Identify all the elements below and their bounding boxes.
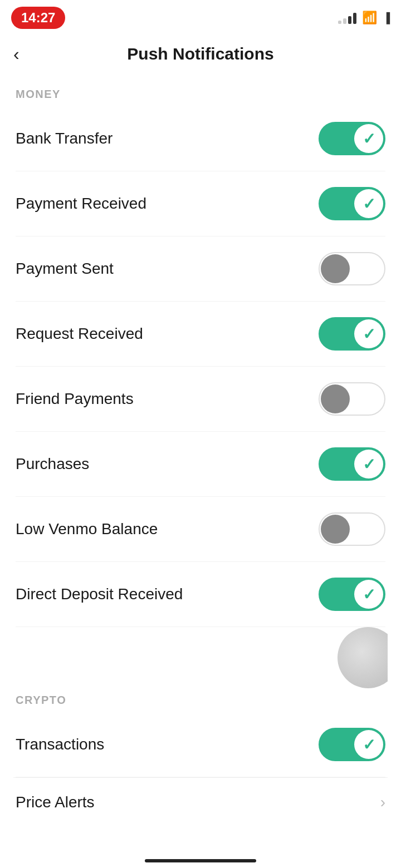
checkmark-icon: ✓ bbox=[363, 736, 375, 754]
list-item: Direct Deposit Received ✓ bbox=[13, 562, 388, 627]
checkmark-icon: ✓ bbox=[363, 325, 375, 343]
item-label-low-venmo-balance: Low Venmo Balance bbox=[16, 520, 158, 538]
list-item: Transactions ✓ bbox=[13, 712, 388, 777]
back-button[interactable]: ‹ bbox=[13, 44, 19, 65]
status-icons: 📶 ▐ bbox=[338, 11, 390, 25]
signal-icon bbox=[338, 12, 356, 24]
list-item: Request Received ✓ bbox=[13, 302, 388, 366]
item-label-payment-received: Payment Received bbox=[16, 195, 146, 213]
list-item: Purchases ✓ bbox=[13, 432, 388, 496]
toggle-knob bbox=[321, 254, 350, 283]
page-title: Push Notifications bbox=[127, 45, 273, 63]
toggle-knob: ✓ bbox=[354, 319, 383, 348]
partial-toggle-area bbox=[13, 627, 388, 688]
toggle-bank-transfer[interactable]: ✓ bbox=[319, 122, 385, 155]
status-time: 14:27 bbox=[11, 7, 65, 29]
checkmark-icon: ✓ bbox=[363, 130, 375, 148]
toggle-request-received[interactable]: ✓ bbox=[319, 317, 385, 351]
item-label-friend-payments: Friend Payments bbox=[16, 390, 134, 408]
list-item: Payment Received ✓ bbox=[13, 171, 388, 236]
toggle-knob: ✓ bbox=[354, 189, 383, 218]
toggle-direct-deposit-received[interactable]: ✓ bbox=[319, 578, 385, 611]
section-label-money: MONEY bbox=[13, 88, 388, 101]
list-item: Payment Sent bbox=[13, 236, 388, 301]
price-alerts-row[interactable]: Price Alerts › bbox=[13, 777, 388, 827]
home-indicator bbox=[145, 859, 256, 862]
checkmark-icon: ✓ bbox=[363, 585, 375, 604]
toggle-knob: ✓ bbox=[354, 450, 383, 479]
item-label-price-alerts: Price Alerts bbox=[16, 793, 95, 811]
status-bar: 14:27 📶 ▐ bbox=[0, 0, 401, 33]
battery-icon: ▐ bbox=[383, 12, 390, 24]
item-label-payment-sent: Payment Sent bbox=[16, 260, 114, 278]
checkmark-icon: ✓ bbox=[363, 455, 375, 474]
toggle-friend-payments[interactable] bbox=[319, 382, 385, 416]
list-item: Friend Payments bbox=[13, 367, 388, 431]
toggle-knob: ✓ bbox=[354, 580, 383, 609]
chevron-right-icon: › bbox=[380, 793, 385, 811]
toggle-knob: ✓ bbox=[354, 124, 383, 153]
item-label-direct-deposit-received: Direct Deposit Received bbox=[16, 585, 183, 603]
checkmark-icon: ✓ bbox=[363, 195, 375, 213]
item-label-purchases: Purchases bbox=[16, 455, 89, 473]
toggle-payment-sent[interactable] bbox=[319, 252, 385, 285]
list-item: Bank Transfer ✓ bbox=[13, 106, 388, 171]
toggle-knob bbox=[321, 384, 350, 413]
header: ‹ Push Notifications bbox=[0, 33, 401, 75]
toggle-knob bbox=[321, 515, 350, 544]
toggle-knob: ✓ bbox=[354, 730, 383, 759]
list-item: Low Venmo Balance bbox=[13, 497, 388, 561]
big-circle-toggle[interactable] bbox=[338, 627, 388, 688]
toggle-payment-received[interactable]: ✓ bbox=[319, 187, 385, 220]
section-label-crypto: CRYPTO bbox=[13, 694, 388, 707]
item-label-bank-transfer: Bank Transfer bbox=[16, 130, 113, 147]
item-label-transactions: Transactions bbox=[16, 736, 104, 753]
item-label-request-received: Request Received bbox=[16, 325, 143, 343]
content: MONEY Bank Transfer ✓ Payment Received ✓… bbox=[0, 88, 401, 827]
wifi-icon: 📶 bbox=[362, 11, 377, 25]
toggle-low-venmo-balance[interactable] bbox=[319, 512, 385, 546]
toggle-purchases[interactable]: ✓ bbox=[319, 447, 385, 481]
toggle-transactions[interactable]: ✓ bbox=[319, 728, 385, 761]
